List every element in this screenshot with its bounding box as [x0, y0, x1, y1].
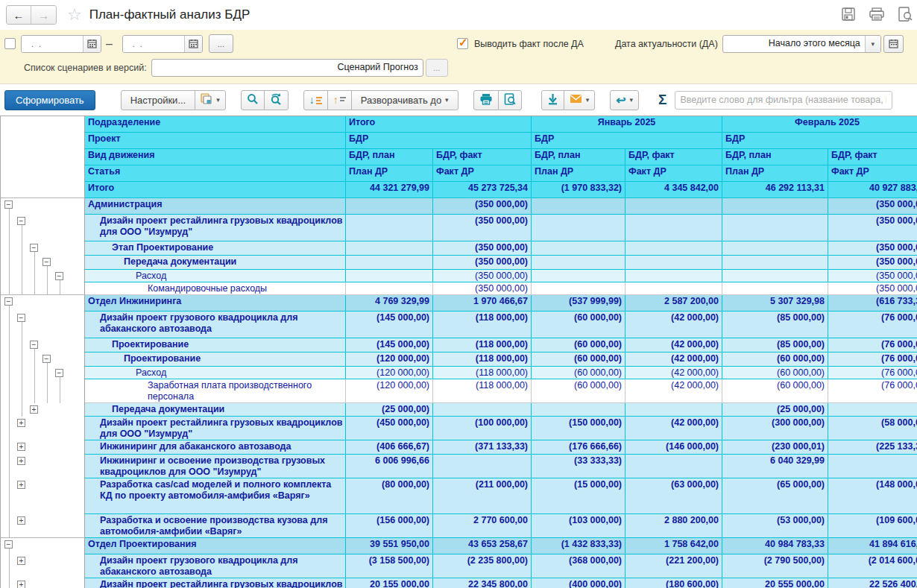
value-cell[interactable] [722, 256, 828, 270]
value-cell[interactable]: (60 000,00) [532, 312, 625, 338]
period-checkbox[interactable] [4, 38, 16, 49]
value-cell[interactable]: 2 770 600,00 [433, 514, 532, 538]
refresh-button[interactable]: ↩ ▾ [610, 90, 639, 110]
sum-sigma-icon[interactable]: Σ [658, 92, 667, 108]
value-cell[interactable]: (53 000,00) [722, 514, 828, 538]
tree-collapse-icon[interactable]: − [55, 369, 63, 377]
value-cell[interactable]: (25 000,00) [346, 403, 433, 417]
quick-filter-input[interactable] [675, 91, 892, 110]
value-cell[interactable]: (42 000,00) [625, 367, 722, 379]
value-cell[interactable]: (118 000,00) [433, 367, 532, 379]
value-cell[interactable]: (120 000,00) [346, 353, 433, 367]
value-cell[interactable]: (371 133,33) [433, 440, 532, 455]
value-cell[interactable]: (60 000,00) [532, 379, 625, 403]
value-cell[interactable]: 20 555 000,00 [722, 578, 828, 588]
value-cell[interactable]: (60 000,00) [722, 379, 828, 403]
value-cell[interactable]: (63 000,00) [625, 478, 722, 514]
row-label-cell[interactable]: Отдел Инжиниринга [85, 295, 346, 312]
settings-button[interactable]: Настройки... [121, 90, 196, 110]
tree-collapse-icon[interactable]: − [17, 314, 25, 322]
date-to-input[interactable] [123, 36, 184, 52]
value-cell[interactable]: (150 000,00) [532, 417, 625, 440]
value-cell[interactable] [828, 403, 917, 417]
tree-collapse-icon[interactable]: − [30, 244, 38, 252]
value-cell[interactable]: (350 000,00) [828, 256, 917, 270]
value-cell[interactable]: (350 000,00) [433, 198, 532, 215]
row-label-cell[interactable]: Инжиниринг и освоение производства грузо… [85, 455, 346, 478]
value-cell[interactable]: 2 587 200,00 [625, 295, 722, 312]
value-cell[interactable]: 1 970 466,67 [433, 295, 532, 312]
row-label-cell[interactable]: Разработка и освоение производства кузов… [85, 514, 346, 538]
tree-expand-icon[interactable]: + [17, 516, 25, 525]
collapse-rows-button[interactable]: ↑ [327, 90, 352, 110]
row-label-cell[interactable]: Дизайн проект грузового квадроцикла для … [85, 312, 346, 338]
show-fact-checkbox[interactable]: ✓ [457, 38, 468, 49]
row-label-cell[interactable]: Этап Проектирование [85, 241, 346, 256]
value-cell[interactable] [532, 282, 625, 295]
value-cell[interactable] [722, 282, 828, 295]
value-cell[interactable] [625, 215, 722, 241]
cancel-search-button[interactable] [264, 90, 289, 110]
value-cell[interactable]: (109 600,00) [828, 514, 917, 538]
save-icon[interactable] [841, 7, 856, 22]
row-label-cell[interactable]: Проектирование [85, 353, 346, 367]
value-cell[interactable]: (350 000,00) [433, 270, 532, 282]
value-cell[interactable]: (350 000,00) [433, 282, 532, 295]
tree-expand-icon[interactable]: + [17, 481, 25, 489]
value-cell[interactable]: (350 000,00) [433, 241, 532, 256]
value-cell[interactable]: 5 307 329,98 [722, 295, 828, 312]
value-cell[interactable] [532, 256, 625, 270]
value-cell[interactable] [346, 198, 433, 215]
value-cell[interactable] [346, 270, 433, 282]
value-cell[interactable]: (120 000,00) [346, 367, 433, 379]
value-cell[interactable]: (180 600,00) [625, 578, 722, 588]
row-label-cell[interactable]: Дизайн проект рестайлинга грузовых квадр… [85, 215, 346, 241]
value-cell[interactable]: (176 666,66) [532, 440, 625, 455]
row-label-cell[interactable]: Командировочные расходы [85, 282, 346, 295]
row-label-cell[interactable]: Дизайн проект рестайлинга грузовых квадр… [85, 417, 346, 440]
row-label-cell[interactable]: Отдел Проектирования [85, 538, 346, 554]
tree-expand-icon[interactable]: + [30, 405, 38, 414]
tree-collapse-icon[interactable]: − [4, 297, 13, 306]
value-cell[interactable]: (616 733,33) [828, 295, 917, 312]
value-cell[interactable]: 39 551 950,00 [346, 538, 433, 554]
value-cell[interactable]: (1 432 833,33) [532, 538, 625, 554]
period-more-button[interactable]: ... [209, 34, 233, 53]
value-cell[interactable]: (148 000,00) [828, 478, 917, 514]
value-cell[interactable] [722, 270, 828, 282]
value-cell[interactable]: (406 666,67) [346, 440, 433, 455]
calendar-icon[interactable] [83, 36, 101, 52]
value-cell[interactable] [346, 256, 433, 270]
row-label-cell[interactable]: Разработка cas/cad моделей и полного ком… [85, 478, 346, 514]
value-cell[interactable] [722, 198, 828, 215]
value-cell[interactable]: 6 040 329,99 [722, 455, 828, 478]
email-button[interactable]: ▾ [564, 90, 596, 110]
tree-collapse-icon[interactable]: − [42, 355, 51, 363]
value-cell[interactable]: 41 894 616,67 [828, 538, 917, 554]
scenario-field[interactable]: Сценарий Прогноз [151, 59, 423, 77]
favorite-star-icon[interactable]: ☆ [67, 5, 82, 25]
value-cell[interactable] [722, 241, 828, 256]
row-label-cell[interactable]: Дизайн проект рестайлинга грузовых квадр… [85, 578, 346, 588]
value-cell[interactable]: (65 000,00) [722, 478, 828, 514]
value-cell[interactable]: (3 158 500,00) [346, 554, 433, 578]
tree-collapse-icon[interactable]: − [4, 540, 13, 549]
tree-expand-icon[interactable]: + [17, 457, 25, 465]
value-cell[interactable] [625, 198, 722, 215]
value-cell[interactable] [625, 256, 722, 270]
value-cell[interactable] [828, 455, 917, 478]
value-cell[interactable] [532, 241, 625, 256]
value-cell[interactable]: (368 000,00) [532, 554, 625, 578]
value-cell[interactable]: (42 000,00) [625, 312, 722, 338]
value-cell[interactable]: (76 000,00) [828, 379, 917, 403]
value-cell[interactable]: (146 000,00) [625, 440, 722, 455]
row-label-cell[interactable]: Инжиниринг для абаканского автозавода [85, 440, 346, 455]
value-cell[interactable] [625, 241, 722, 256]
row-label-cell[interactable]: Заработная плата производственного персо… [85, 379, 346, 403]
value-cell[interactable]: 40 984 783,33 [722, 538, 828, 554]
value-cell[interactable]: (60 000,00) [532, 367, 625, 379]
date-from-input[interactable] [22, 36, 83, 52]
value-cell[interactable]: 22 345 800,00 [433, 578, 532, 588]
back-button[interactable]: ← [7, 6, 31, 24]
value-cell[interactable]: 2 880 200,00 [625, 514, 722, 538]
